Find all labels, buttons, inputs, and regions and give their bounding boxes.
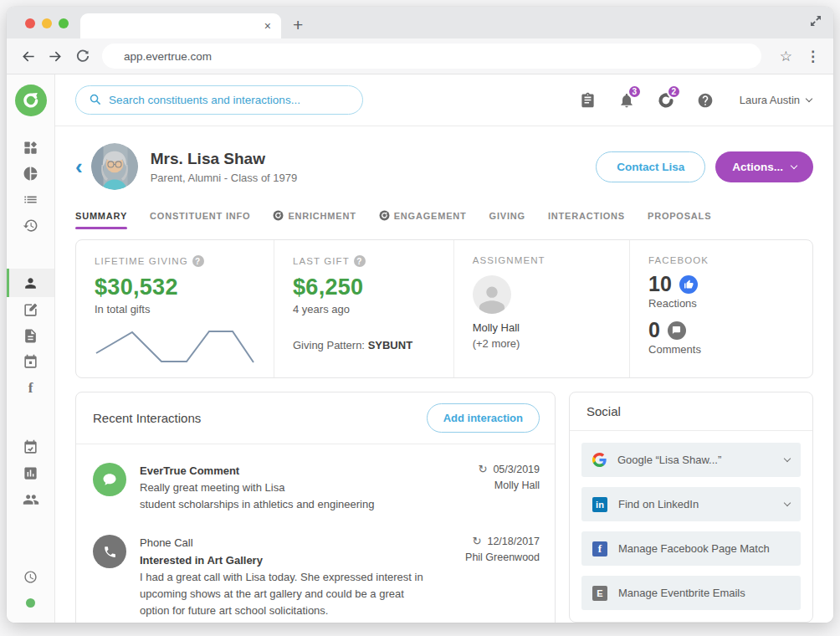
tab-close-icon[interactable]: × (264, 20, 271, 32)
tab-summary[interactable]: SUMMARY (75, 211, 127, 229)
thumbs-up-icon (679, 275, 698, 294)
notifications-bell-icon[interactable]: 3 (618, 92, 635, 109)
assignment-stat: ASSIGNMENT Molly Hall (+2 more) (453, 240, 629, 377)
interaction-author: Molly Hall (478, 480, 540, 491)
browser-window: × + app.evertrue.com ☆ ⋮ (7, 7, 833, 623)
social-item-facebook[interactable]: f Manage Facebook Page Match (581, 531, 801, 566)
sidebar-item-compose[interactable] (7, 297, 54, 323)
sidebar-item-team[interactable] (7, 486, 54, 512)
social-item-label: Manage Eventbrite Emails (618, 587, 745, 599)
browser-tab-strip: × + (7, 7, 833, 38)
app-sidebar: f (7, 74, 55, 623)
search-input[interactable]: Search constituents and interactions... (75, 85, 363, 115)
tab-enrichment[interactable]: ENRICHMENT (273, 210, 356, 229)
chevron-down-icon (784, 500, 791, 506)
assignment-more[interactable]: (+2 more) (473, 337, 611, 350)
assignment-avatar (473, 275, 511, 314)
evertrue-logo-icon[interactable] (15, 85, 47, 116)
help-tooltip-icon[interactable]: ? (192, 255, 204, 267)
tab-proposals[interactable]: PROPOSALS (648, 211, 711, 229)
interaction-author: Phil Greenwood (465, 551, 540, 563)
actions-button[interactable]: Actions... (715, 151, 813, 182)
new-tab-button[interactable]: + (293, 16, 303, 33)
sidebar-item-documents[interactable] (7, 323, 54, 349)
traffic-lights (25, 18, 69, 28)
social-item-eventbrite[interactable]: E Manage Eventbrite Emails (581, 576, 801, 610)
last-gift-value: $6,250 (293, 274, 435, 300)
zoom-window-button[interactable] (59, 18, 69, 28)
chevron-down-icon (791, 162, 797, 168)
social-item-label: Google “Lisa Shaw...” (617, 454, 721, 466)
sidebar-item-facebook[interactable]: f (7, 375, 54, 401)
constituent-name: Mrs. Lisa Shaw (151, 150, 298, 168)
comment-bubble-icon (668, 321, 686, 340)
browser-tab[interactable]: × (80, 13, 281, 38)
social-item-label: Find on LinkedIn (618, 498, 699, 510)
tab-engagement[interactable]: ENGAGEMENT (379, 210, 467, 229)
lifetime-giving-stat: LIFETIME GIVING ? $30,532 In total gifts (76, 240, 274, 377)
bookmark-star-icon[interactable]: ☆ (780, 48, 792, 65)
sidebar-item-calendar[interactable] (7, 349, 54, 375)
assignment-name: Molly Hall (473, 321, 611, 334)
interaction-date: 05/3/2019 (493, 464, 540, 475)
close-window-button[interactable] (25, 18, 35, 28)
social-item-linkedin[interactable]: in Find on LinkedIn (581, 487, 801, 521)
interaction-title: EverTrue Comment (140, 463, 428, 480)
online-status-dot (26, 598, 35, 608)
sidebar-item-history[interactable] (7, 213, 54, 238)
recent-interactions-card: Recent Interactions Add interaction Ev (75, 392, 556, 623)
tab-giving[interactable]: GIVING (489, 211, 525, 229)
comments-count: 0 (648, 318, 660, 342)
back-chevron[interactable]: ‹ (75, 156, 83, 177)
facebook-label: FACEBOOK (648, 255, 709, 265)
sidebar-item-launchpad[interactable] (7, 135, 54, 161)
add-interaction-button[interactable]: Add interaction (427, 403, 540, 433)
tab-constituent-info[interactable]: CONSTITUENT INFO (150, 211, 250, 229)
recent-activity-clock-icon[interactable] (7, 564, 54, 590)
facebook-icon: f (592, 541, 607, 556)
history-icon: ↻ (478, 463, 487, 475)
social-title: Social (570, 392, 812, 431)
forward-icon[interactable] (48, 49, 64, 64)
social-item-google[interactable]: Google “Lisa Shaw...” (581, 443, 801, 477)
url-bar[interactable]: app.evertrue.com (102, 44, 761, 69)
reload-icon[interactable] (75, 49, 90, 64)
giving-pattern-label: Giving Pattern: (293, 339, 365, 351)
sidebar-item-constituents[interactable] (7, 269, 54, 297)
back-icon[interactable] (20, 49, 36, 64)
help-icon[interactable] (697, 92, 714, 109)
browser-toolbar: app.evertrue.com ☆ ⋮ (7, 38, 833, 74)
contact-button[interactable]: Contact Lisa (596, 151, 705, 182)
interaction-item[interactable]: EverTrue Comment Really great meeting wi… (93, 463, 540, 513)
browser-menu-icon[interactable]: ⋮ (806, 48, 820, 65)
lifetime-giving-label: LIFETIME GIVING (95, 256, 188, 266)
minimize-window-button[interactable] (42, 18, 52, 28)
reactions-count: 10 (648, 272, 672, 296)
lifetime-giving-caption: In total gifts (95, 303, 255, 315)
expand-window-icon[interactable] (809, 14, 822, 31)
tab-interactions[interactable]: INTERACTIONS (548, 211, 625, 229)
activity-badge: 2 (667, 85, 681, 99)
sidebar-item-reporting[interactable] (7, 161, 54, 187)
sidebar-item-analytics[interactable] (7, 460, 54, 486)
interaction-title: Interested in Art Gallery (140, 552, 428, 569)
tab-label: ENGAGEMENT (394, 211, 467, 221)
phone-icon (93, 535, 126, 568)
user-menu[interactable]: Laura Austin (740, 94, 812, 106)
interaction-body-line: Really great meeting with Lisa (140, 480, 428, 496)
eventbrite-icon: E (592, 586, 607, 601)
tasks-clipboard-icon[interactable] (580, 92, 596, 108)
interaction-item[interactable]: Phone Call Interested in Art Gallery I h… (93, 535, 540, 619)
activity-journeys-icon[interactable]: 2 (658, 92, 674, 109)
app-header: Search constituents and interactions... … (55, 74, 833, 126)
tab-label: ENRICHMENT (288, 211, 356, 221)
social-item-label: Manage Facebook Page Match (618, 542, 770, 555)
sidebar-item-events[interactable] (7, 434, 54, 460)
interaction-date: 12/18/2017 (487, 536, 540, 547)
help-tooltip-icon[interactable]: ? (354, 255, 366, 267)
lifetime-giving-value: $30,532 (95, 274, 255, 300)
interaction-type: Phone Call (140, 535, 428, 551)
assignment-label: ASSIGNMENT (473, 255, 545, 265)
sidebar-item-lists[interactable] (7, 187, 54, 213)
last-gift-stat: LAST GIFT ? $6,250 4 years ago Giving Pa… (274, 240, 453, 377)
